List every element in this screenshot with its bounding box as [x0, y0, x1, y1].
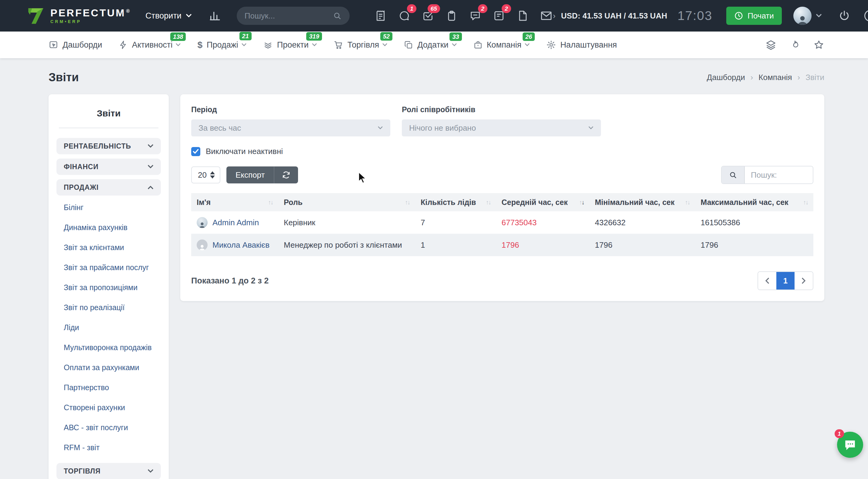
- menu-trade[interactable]: Торгівля 52: [334, 40, 388, 50]
- start-timer-button[interactable]: Почати: [726, 7, 781, 25]
- avatar: [197, 240, 208, 250]
- notes-icon[interactable]: 2: [492, 9, 506, 23]
- section-sales[interactable]: ПРОДАЖІ: [57, 179, 161, 196]
- tasks-icon[interactable]: 65: [421, 9, 435, 23]
- sort-icon-active[interactable]: ↑↓: [579, 199, 584, 206]
- menu-settings[interactable]: Налаштування: [546, 40, 617, 50]
- sidebar-link-invoice-dynamics[interactable]: Динаміка рахунків: [64, 223, 127, 232]
- stack-icon[interactable]: [766, 39, 776, 50]
- menu-company[interactable]: Компанія 26: [473, 40, 530, 50]
- sidebar-link-partnership[interactable]: Партнерство: [64, 383, 109, 392]
- brand-name: PERFECTUM: [51, 7, 126, 19]
- chats-icon[interactable]: 2: [469, 9, 482, 23]
- sidebar-link-clients-report[interactable]: Звіт за клієнтами: [64, 243, 124, 252]
- table-header-row: Ім'я↑↓ Роль↑↓ Кількість лідів↑↓ Середній…: [191, 193, 813, 211]
- exclude-inactive-checkbox[interactable]: [191, 147, 200, 156]
- next-page-button[interactable]: [795, 272, 813, 289]
- search-icon[interactable]: [333, 11, 342, 20]
- gear-icon: [546, 40, 556, 50]
- comments-badge: 1: [407, 4, 416, 13]
- clipboard-icon[interactable]: [445, 9, 458, 23]
- menu-projects[interactable]: Проекти 319: [263, 40, 317, 50]
- global-search: [237, 7, 350, 25]
- search-icon[interactable]: [722, 166, 745, 183]
- section-profitability[interactable]: РЕНТАБЕЛЬНІСТЬ: [57, 138, 161, 154]
- sidebar-link-proposals-report[interactable]: Звіт за пропозиціями: [64, 283, 137, 292]
- sidebar-link-realization-report[interactable]: Звіт по реалізації: [64, 303, 125, 312]
- sidebar-link-price-report[interactable]: Звіт за прайсами послуг: [64, 263, 149, 272]
- stepper-arrows-icon: [210, 171, 215, 178]
- currency-expand-chevron[interactable]: ›: [553, 11, 556, 21]
- menu-sales[interactable]: $ Продажі 21: [197, 40, 246, 50]
- statistics-icon[interactable]: [209, 10, 221, 22]
- table-search-input[interactable]: [745, 166, 813, 183]
- sort-icon[interactable]: ↑↓: [803, 199, 808, 206]
- user-avatar[interactable]: [793, 7, 811, 25]
- chevron-down-icon: [186, 14, 192, 18]
- sort-icon[interactable]: ↑↓: [405, 199, 410, 206]
- breadcrumb-separator: ›: [750, 73, 753, 82]
- star-icon[interactable]: [813, 39, 824, 50]
- mail-icon[interactable]: [539, 9, 553, 23]
- sidebar-link-rfm-report[interactable]: RFM - звіт: [64, 443, 99, 452]
- export-button[interactable]: Експорт: [226, 166, 274, 183]
- employee-link[interactable]: Микола Авакієв: [212, 240, 270, 250]
- sort-icon[interactable]: ↑↓: [268, 199, 273, 206]
- list-item: Динаміка рахунків: [64, 223, 154, 231]
- column-header-avg-time[interactable]: Середній час, сек↑↓: [496, 193, 590, 211]
- employee-link[interactable]: Admin Admin: [212, 218, 259, 227]
- period-select[interactable]: За весь час: [191, 119, 390, 136]
- help-icon[interactable]: ?: [864, 10, 868, 22]
- section-trade[interactable]: ТОРГІВЛЯ: [57, 463, 161, 479]
- breadcrumb-dashboards[interactable]: Дашборди: [707, 73, 745, 82]
- chevron-left-icon: [765, 277, 769, 284]
- roles-select[interactable]: Нічого не вибрано: [402, 119, 601, 136]
- column-header-min-time[interactable]: Мінімальний час, сек↑↓: [589, 193, 695, 211]
- sidebar-link-invoice-payments[interactable]: Оплати за рахунками: [64, 363, 139, 372]
- chevron-down-icon: [176, 43, 181, 47]
- column-header-name[interactable]: Ім'я↑↓: [191, 193, 278, 211]
- column-header-max-time[interactable]: Максимальний час, сек↑↓: [695, 193, 814, 211]
- menu-badge: 138: [170, 32, 186, 41]
- sidebar-link-abc-report[interactable]: АВС - звіт послуги: [64, 423, 128, 432]
- column-header-leads[interactable]: Кількість лідів↑↓: [415, 193, 496, 211]
- menu-right-icons: [766, 39, 824, 50]
- sidebar-link-billing[interactable]: Білінг: [64, 203, 84, 212]
- chevron-down-icon: [148, 144, 154, 148]
- page-1-button[interactable]: 1: [776, 272, 795, 289]
- prev-page-button[interactable]: [758, 272, 776, 289]
- sort-icon[interactable]: ↑↓: [685, 199, 690, 206]
- user-menu-chevron-icon[interactable]: [816, 14, 822, 18]
- start-timer-label: Почати: [747, 11, 774, 21]
- list-item: АВС - звіт послуги: [64, 423, 154, 432]
- menu-activities[interactable]: Активності 138: [119, 40, 181, 50]
- list-item: Звіт за прайсами послуг: [64, 263, 154, 271]
- chevron-down-icon: [148, 165, 154, 169]
- reports-sidebar: Звіти РЕНТАБЕЛЬНІСТЬ ФІНАНСИ ПРОДАЖІ Біл…: [49, 94, 169, 479]
- menu-dashboards[interactable]: Дашборди: [49, 40, 102, 50]
- comments-icon[interactable]: 1: [398, 9, 411, 23]
- breadcrumb-company[interactable]: Компанія: [758, 73, 792, 82]
- column-header-role[interactable]: Роль↑↓: [278, 193, 415, 211]
- menu-addons[interactable]: Додатки 33: [404, 40, 457, 50]
- refresh-button[interactable]: [274, 166, 298, 183]
- page-size-select[interactable]: 20: [191, 166, 220, 183]
- cell-leads: 1: [415, 234, 496, 256]
- logout-power-icon[interactable]: [838, 10, 850, 22]
- support-chat-fab[interactable]: 1: [837, 432, 863, 458]
- copy-icon: [404, 40, 413, 49]
- sort-icon[interactable]: ↑↓: [486, 199, 491, 206]
- flame-icon[interactable]: [790, 40, 800, 50]
- sidebar-link-leads[interactable]: Ліди: [64, 323, 79, 332]
- receipt-icon[interactable]: [374, 9, 387, 23]
- sidebar-link-created-invoices[interactable]: Створені рахунки: [64, 403, 125, 412]
- file-icon[interactable]: [516, 9, 529, 23]
- section-finance[interactable]: ФІНАНСИ: [57, 159, 161, 175]
- exclude-inactive-label[interactable]: Виключати неактивні: [206, 147, 283, 156]
- sidebar-link-multifunnel[interactable]: Мультиворонка продажів: [64, 343, 152, 352]
- clock-icon: [734, 11, 743, 20]
- chats-badge: 2: [478, 4, 488, 13]
- create-button[interactable]: Створити: [145, 11, 191, 21]
- brand-logo[interactable]: PERFECTUM® CRM•ERP: [27, 7, 130, 25]
- global-search-input[interactable]: [245, 11, 333, 21]
